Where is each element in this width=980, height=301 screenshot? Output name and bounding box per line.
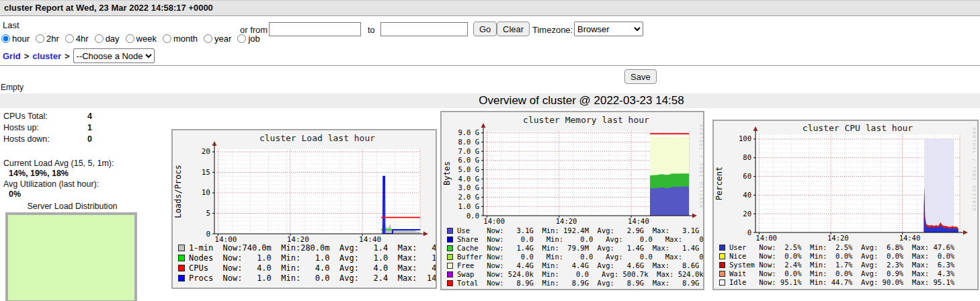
load-chart-panel[interactable]: 0510152014:0014:2014:40cluster Load last… [171, 129, 437, 289]
load-avg-value: 14%, 19%, 18% [9, 169, 69, 178]
memory-legend-row-cache: Cache Now: 1.4G Min: 79.9M Avg: 1.4G Max… [447, 244, 704, 253]
memory-legend-row-use: Use Now: 3.1G Min: 192.4M Avg: 2.9G Max:… [447, 226, 704, 235]
radio-4hr[interactable]: 4hr [65, 34, 89, 44]
to-label: to [368, 25, 375, 35]
radio-year[interactable]: year [204, 34, 231, 44]
radio-4hr-input[interactable] [65, 34, 74, 43]
avg-utilization-label: Avg Utilization (last hour): [3, 179, 99, 189]
svg-text:Loads/Procs: Loads/Procs [173, 165, 183, 218]
svg-text:40: 40 [743, 191, 751, 199]
load-avg-label: Current Load Avg (15, 5, 1m): [3, 159, 114, 168]
legend-swatch [447, 245, 453, 251]
server-load-distribution-title: Server Load Distribution [3, 202, 141, 211]
breadcrumb-separator: > [65, 51, 70, 61]
or-from-label: or from [240, 25, 268, 35]
legend-text: Procs Now: 1.0 Min: 0.0 Avg: 2.4 Max: 14… [189, 273, 437, 283]
radio-year-input[interactable] [204, 34, 212, 43]
svg-text:14:00: 14:00 [483, 217, 505, 225]
legend-swatch [719, 253, 725, 259]
summary-row: CPUs Total:4 [3, 112, 145, 121]
legend-swatch [719, 271, 725, 277]
svg-text:14:40: 14:40 [899, 234, 921, 242]
legend-swatch [719, 262, 725, 268]
svg-text:60: 60 [743, 172, 751, 180]
memory-legend-row-buffer: Buffer Now: 0.0 Min: 0.0 Avg: 0.0 Max: 0… [447, 253, 704, 261]
memory-chart-panel[interactable]: 0.01.0 G2.0 G3.0 G4.0 G5.0 G6.0 G7.0 G8.… [440, 111, 704, 290]
cpu-legend: User Now: 2.5% Min: 2.5% Avg: 6.8% Max: … [719, 243, 954, 287]
cpu-chart-panel[interactable]: 02040608010014:0014:2014:40cluster CPU l… [712, 120, 979, 290]
timezone-label: Timezone: [532, 25, 573, 35]
memory-legend-row-free: Free Now: 4.4G Min: 4.4G Avg: 4.6G Max: … [447, 261, 704, 270]
summary-row: Hosts down:0 [3, 134, 145, 144]
svg-text:10: 10 [202, 188, 210, 197]
svg-text:0: 0 [206, 230, 210, 239]
avg-utilization-value: 0% [9, 189, 21, 199]
grid-link[interactable]: Grid [3, 51, 21, 61]
node-select[interactable]: --Choose a Node [73, 48, 155, 63]
load-legend-row-procs: Procs Now: 1.0 Min: 0.0 Avg: 2.4 Max: 14… [178, 273, 437, 284]
svg-text:4.0 G: 4.0 G [458, 175, 479, 183]
radio-job[interactable]: job [237, 34, 259, 44]
radio-hour-input[interactable] [1, 34, 10, 43]
divider [0, 65, 980, 66]
legend-swatch [447, 263, 453, 269]
legend-text: CPUs Now: 4.0 Min: 4.0 Avg: 4.0 Max: 4.0 [189, 263, 437, 273]
timezone-select[interactable]: Browser [574, 22, 643, 36]
time-range-radios: hour 2hr 4hr day week month year job [1, 34, 266, 44]
radio-2hr-input[interactable] [36, 34, 44, 43]
radio-day-input[interactable] [95, 34, 104, 43]
page: cluster Report at Wed, 23 Mar 2022 14:58… [0, 0, 980, 301]
memory-legend-row-share: Share Now: 0.0 Min: 0.0 Avg: 0.0 Max: 0.… [447, 235, 704, 244]
svg-text:cluster CPU last hour: cluster CPU last hour [803, 123, 913, 133]
svg-text:20: 20 [743, 210, 751, 218]
cpu-legend-row-system: System Now: 2.4% Min: 1.7% Avg: 2.3% Max… [719, 261, 954, 269]
svg-text:cluster Load last hour: cluster Load last hour [259, 133, 375, 143]
legend-swatch [178, 275, 185, 282]
svg-text:cluster Memory last hour: cluster Memory last hour [523, 115, 649, 125]
legend-swatch [178, 255, 185, 261]
legend-text: Free Now: 4.4G Min: 4.4G Avg: 4.6G Max: … [457, 261, 699, 269]
empty-label: Empty [1, 83, 24, 92]
save-button[interactable]: Save [624, 69, 657, 84]
legend-swatch [178, 265, 185, 271]
legend-text: Idle Now: 95.1% Min: 44.7% Avg: 90.0% Ma… [729, 278, 954, 286]
legend-swatch [447, 236, 453, 243]
svg-text:9.0 G: 9.0 G [458, 128, 479, 136]
legend-swatch [447, 280, 453, 286]
from-input[interactable] [269, 22, 361, 36]
radio-week[interactable]: week [126, 34, 157, 44]
legend-text: Swap Now: 524.0k Min: 0.0 Avg: 500.7k Ma… [457, 270, 704, 278]
radio-hour[interactable]: hour [1, 34, 30, 44]
radio-2hr[interactable]: 2hr [36, 34, 59, 44]
cluster-link[interactable]: cluster [32, 51, 61, 61]
svg-text:20: 20 [202, 147, 210, 156]
legend-text: System Now: 2.4% Min: 1.7% Avg: 2.3% Max… [729, 261, 954, 269]
svg-text:6.0 G: 6.0 G [458, 156, 479, 164]
load-distribution-chart[interactable] [5, 212, 137, 301]
svg-text:80: 80 [743, 153, 751, 161]
load-legend-row-cpus: CPUs Now: 4.0 Min: 4.0 Avg: 4.0 Max: 4.0 [178, 263, 437, 273]
clear-button[interactable]: Clear [497, 22, 530, 36]
legend-swatch [719, 245, 725, 251]
report-title-bar: cluster Report at Wed, 23 Mar 2022 14:58… [0, 0, 980, 16]
svg-text:Percent: Percent [714, 167, 724, 201]
svg-text:14:00: 14:00 [756, 234, 777, 242]
legend-text: Nodes Now: 1.0 Min: 1.0 Avg: 1.0 Max: 1.… [189, 253, 437, 263]
go-button[interactable]: Go [473, 22, 497, 36]
radio-day[interactable]: day [95, 34, 120, 44]
svg-text:2.0 G: 2.0 G [458, 193, 479, 201]
svg-text:5.0 G: 5.0 G [458, 165, 479, 173]
radio-month-input[interactable] [163, 34, 171, 43]
to-input[interactable] [380, 22, 468, 36]
radio-week-input[interactable] [126, 34, 134, 43]
svg-text:100: 100 [739, 134, 751, 142]
radio-month[interactable]: month [163, 34, 198, 44]
memory-legend-row-swap: Swap Now: 524.0k Min: 0.0 Avg: 500.7k Ma… [447, 270, 704, 279]
cpu-legend-row-nice: Nice Now: 0.0% Min: 0.0% Avg: 0.0% Max: … [719, 252, 954, 261]
overview-heading: Overview of cluster @ 2022-03-23 14:58 [0, 93, 980, 108]
page-title: cluster Report at Wed, 23 Mar 2022 14:58… [4, 3, 213, 13]
legend-text: Cache Now: 1.4G Min: 79.9M Avg: 1.4G Max… [457, 244, 699, 252]
radio-job-input[interactable] [237, 34, 246, 43]
svg-text:0: 0 [747, 228, 751, 236]
last-label: Last [3, 20, 19, 30]
